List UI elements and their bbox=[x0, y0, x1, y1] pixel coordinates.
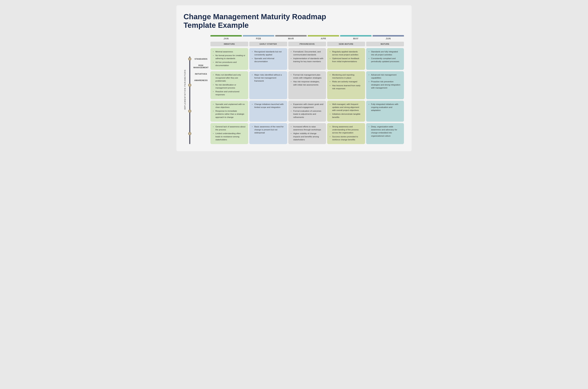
month-header-jan: JAN bbox=[210, 35, 242, 40]
cell-item: Expansion with clearer goals and improve… bbox=[291, 103, 324, 109]
cell-item: Increased efforts to raise awareness thr… bbox=[291, 125, 324, 131]
stage-header-2: PROGRESSIVE bbox=[288, 42, 326, 46]
cell-1-2: Formal risk management plan exists with … bbox=[288, 71, 326, 99]
cell-item: Monitoring and reporting mechanisms in p… bbox=[330, 73, 362, 80]
month-header-mar: MAR bbox=[275, 35, 307, 40]
cell-item: Advanced risk management capabilities bbox=[369, 73, 401, 80]
stage-header-4: MATURE bbox=[366, 42, 404, 46]
sidebar: IMPLEMENTATION PARAMETERS bbox=[183, 35, 192, 144]
month-header-jun: JUN bbox=[373, 35, 404, 40]
month-header-apr: APR bbox=[308, 35, 339, 40]
data-rows: Minimal awarenessNo formal process for c… bbox=[210, 48, 405, 144]
cell-item: Basic awareness of the need for change i… bbox=[252, 125, 284, 134]
month-name: JAN bbox=[223, 36, 229, 40]
timeline-dot-0 bbox=[188, 57, 191, 61]
cell-item: Recognized standards but not consistentl… bbox=[252, 50, 284, 57]
row-label-2: INITIATIVES bbox=[192, 71, 210, 76]
cell-item: Change initiatives launched with limited… bbox=[252, 103, 284, 109]
data-row-0: Minimal awarenessNo formal process for c… bbox=[210, 48, 405, 70]
cell-2-0: Sporadic and unplanned with no clear obj… bbox=[210, 101, 248, 122]
data-row-2: Sporadic and unplanned with no clear obj… bbox=[210, 101, 405, 122]
timeline-dot-2 bbox=[188, 110, 191, 113]
cell-item: Well-managed, with frequent updates and … bbox=[330, 103, 362, 112]
cell-3-1: Basic awareness of the need for change i… bbox=[249, 123, 287, 144]
cell-item: No formal process for creating or adheri… bbox=[213, 54, 246, 60]
cell-item: Has risk response strategies, with initi… bbox=[291, 80, 324, 86]
month-name: APR bbox=[321, 36, 326, 40]
month-header-may: MAY bbox=[340, 35, 372, 40]
row-label-1: RISK MANAGEMENT bbox=[192, 63, 210, 70]
cell-2-2: Expansion with clearer goals and improve… bbox=[288, 101, 326, 122]
cell-2-4: Fully integrated initiatives with ongoin… bbox=[366, 101, 404, 122]
cell-item: Minimal awareness bbox=[213, 50, 246, 53]
cell-item: Ad hoc procedures and documentation bbox=[213, 61, 246, 67]
cell-1-1: Major risks identified without a formal … bbox=[249, 71, 287, 99]
cell-item: Formal evaluation of outcomes leads to a… bbox=[291, 110, 324, 119]
cell-0-1: Recognized standards but not consistentl… bbox=[249, 48, 287, 70]
page: Change Management Maturity RoadmapTempla… bbox=[176, 5, 412, 151]
grid-area: JAN FEB MAR APR MAY JUN IMMATUREEARLY ST… bbox=[210, 35, 405, 144]
cell-item: Success stories promoted to reinforce ch… bbox=[330, 135, 362, 141]
cell-item: Sporadic and informal documentation bbox=[252, 57, 284, 63]
cell-item: Initiatives demonstrate tangible benefit… bbox=[330, 113, 362, 119]
cell-item: Strong awareness and understanding of th… bbox=[330, 125, 362, 134]
cell-item: Formal risk management plan exists with … bbox=[291, 73, 324, 80]
cell-item: General lack of awareness about the proc… bbox=[213, 125, 246, 131]
cell-3-3: Strong awareness and understanding of th… bbox=[327, 123, 365, 144]
month-bar bbox=[340, 35, 372, 36]
stage-header-1: EARLY STARTER bbox=[249, 42, 287, 46]
cell-2-3: Well-managed, with frequent updates and … bbox=[327, 101, 365, 122]
timeline-line bbox=[189, 57, 190, 144]
cell-0-3: Regularly-applied standards across most … bbox=[327, 48, 365, 70]
cell-3-0: General lack of awareness about the proc… bbox=[210, 123, 248, 144]
month-name: MAR bbox=[288, 36, 294, 40]
timeline-dot-1 bbox=[188, 84, 191, 87]
data-row-1: Risks not identified and only recognized… bbox=[210, 71, 405, 99]
cell-item: Risks are actively managed bbox=[330, 80, 362, 83]
stage-header-0: IMMATURE bbox=[210, 42, 248, 46]
month-bar bbox=[308, 35, 339, 36]
cell-item: Optimized based on feedback from initial… bbox=[330, 57, 362, 63]
cell-1-0: Risks not identified and only recognized… bbox=[210, 71, 248, 99]
month-header-feb: FEB bbox=[243, 35, 274, 40]
cell-item: Formalized. Documented, and communicated… bbox=[291, 50, 324, 57]
row-label-3: AWARENESS bbox=[192, 78, 210, 83]
row-label-0: STANDARDS bbox=[192, 57, 210, 62]
month-bar bbox=[243, 35, 274, 36]
cell-item: Has lessons learned from early risk resp… bbox=[330, 84, 362, 90]
cell-item: Major risks identified without a formal … bbox=[252, 73, 284, 83]
month-headers: JAN FEB MAR APR MAY JUN bbox=[210, 35, 405, 40]
cell-3-2: Increased efforts to raise awareness thr… bbox=[288, 123, 326, 144]
cell-0-0: Minimal awarenessNo formal process for c… bbox=[210, 48, 248, 70]
cell-item: Sporadic and unplanned with no clear obj… bbox=[213, 103, 246, 109]
cell-item: Consistently compliant and periodically … bbox=[369, 57, 401, 63]
month-name: MAY bbox=[353, 36, 359, 40]
cell-0-2: Formalized. Documented, and communicated… bbox=[288, 48, 326, 70]
cell-item: Regularly-applied standards across most … bbox=[330, 50, 362, 57]
cell-item: Standards are fully integrated into all … bbox=[369, 50, 401, 57]
cell-1-3: Monitoring and reporting mechanisms in p… bbox=[327, 71, 365, 99]
cell-item: Response to immediate problems rather th… bbox=[213, 110, 246, 119]
stage-headers: IMMATUREEARLY STARTERPROGRESSIVESEMI-MAT… bbox=[210, 42, 405, 46]
main-layout: IMPLEMENTATION PARAMETERS STANDARDSRISK … bbox=[183, 35, 405, 144]
month-bar bbox=[373, 35, 404, 36]
cell-item: No risk identification or management pro… bbox=[213, 83, 246, 90]
month-name: FEB bbox=[256, 36, 261, 40]
cell-item: Higher visibility of change impacts and … bbox=[291, 132, 324, 141]
month-name: JUN bbox=[385, 36, 391, 40]
cell-item: Reactive and unstructured responses bbox=[213, 90, 246, 96]
cell-item: Proactive risk prevention strategies and… bbox=[369, 80, 401, 89]
cell-item: Deep, organization-wide awareness and ad… bbox=[369, 125, 401, 137]
stage-header-3: SEMI-MATURE bbox=[327, 42, 365, 46]
cell-item: Fully integrated initiatives with ongoin… bbox=[369, 103, 401, 112]
month-bar bbox=[275, 35, 307, 36]
cell-3-4: Deep, organization-wide awareness and ad… bbox=[366, 123, 404, 144]
cell-1-4: Advanced risk management capabilitiesPro… bbox=[366, 71, 404, 99]
timeline-dot-3 bbox=[188, 132, 191, 135]
row-label-col: STANDARDSRISK MANAGEMENTINITIATIVESAWARE… bbox=[192, 35, 210, 57]
cell-2-1: Change initiatives launched with limited… bbox=[249, 101, 287, 122]
cell-0-4: Standards are fully integrated into all … bbox=[366, 48, 404, 70]
cell-item: Risks not identified and only recognized… bbox=[213, 73, 246, 83]
cell-item: Implementation of standards with trainin… bbox=[291, 57, 324, 63]
data-row-3: General lack of awareness about the proc… bbox=[210, 123, 405, 144]
